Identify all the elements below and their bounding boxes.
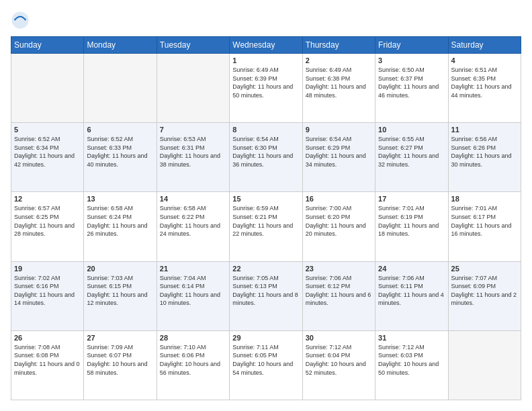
day-header-sunday: Sunday [11, 37, 84, 54]
day-number: 21 [160, 265, 226, 273]
day-number: 9 [306, 126, 372, 134]
cell-info: Sunrise: 6:52 AM Sunset: 6:34 PM Dayligh… [14, 135, 81, 169]
day-number: 3 [378, 56, 445, 64]
cell-info: Sunrise: 7:11 AM Sunset: 6:05 PM Dayligh… [232, 343, 299, 377]
day-number: 7 [160, 126, 226, 134]
cell-info: Sunrise: 6:52 AM Sunset: 6:33 PM Dayligh… [87, 135, 153, 169]
calendar-cell: 15Sunrise: 6:59 AM Sunset: 6:21 PM Dayli… [230, 192, 302, 261]
cell-info: Sunrise: 7:07 AM Sunset: 6:09 PM Dayligh… [451, 274, 518, 308]
day-header-tuesday: Tuesday [157, 37, 229, 54]
calendar-cell: 17Sunrise: 7:01 AM Sunset: 6:19 PM Dayli… [375, 192, 448, 261]
day-number: 22 [232, 265, 299, 273]
cell-info: Sunrise: 7:03 AM Sunset: 6:15 PM Dayligh… [87, 274, 153, 308]
cell-info: Sunrise: 6:56 AM Sunset: 6:26 PM Dayligh… [451, 135, 518, 169]
cell-info: Sunrise: 7:01 AM Sunset: 6:17 PM Dayligh… [451, 204, 518, 238]
day-number: 12 [14, 195, 81, 203]
day-number: 5 [14, 126, 81, 134]
day-number: 26 [14, 334, 81, 342]
day-number: 30 [306, 334, 372, 342]
calendar-cell: 9Sunrise: 6:54 AM Sunset: 6:29 PM Daylig… [302, 123, 375, 192]
calendar-week-3: 12Sunrise: 6:57 AM Sunset: 6:25 PM Dayli… [11, 192, 521, 261]
cell-info: Sunrise: 6:53 AM Sunset: 6:31 PM Dayligh… [160, 135, 226, 169]
cell-info: Sunrise: 7:06 AM Sunset: 6:11 PM Dayligh… [378, 274, 445, 308]
day-number: 27 [87, 334, 153, 342]
day-header-wednesday: Wednesday [230, 37, 302, 54]
cell-info: Sunrise: 6:54 AM Sunset: 6:29 PM Dayligh… [306, 135, 372, 169]
calendar-cell: 8Sunrise: 6:54 AM Sunset: 6:30 PM Daylig… [230, 123, 302, 192]
header [11, 11, 521, 30]
calendar-cell: 22Sunrise: 7:05 AM Sunset: 6:13 PM Dayli… [230, 261, 302, 330]
cell-info: Sunrise: 7:08 AM Sunset: 6:08 PM Dayligh… [14, 343, 81, 377]
calendar-cell: 19Sunrise: 7:02 AM Sunset: 6:16 PM Dayli… [11, 261, 84, 330]
calendar-cell: 12Sunrise: 6:57 AM Sunset: 6:25 PM Dayli… [11, 192, 84, 261]
day-number: 4 [451, 56, 518, 64]
logo-icon [11, 11, 30, 30]
cell-info: Sunrise: 6:50 AM Sunset: 6:37 PM Dayligh… [378, 66, 445, 99]
cell-info: Sunrise: 7:10 AM Sunset: 6:06 PM Dayligh… [160, 343, 226, 377]
cell-info: Sunrise: 7:04 AM Sunset: 6:14 PM Dayligh… [160, 274, 226, 308]
calendar-week-1: 1Sunrise: 6:49 AM Sunset: 6:39 PM Daylig… [11, 54, 521, 123]
calendar-cell: 18Sunrise: 7:01 AM Sunset: 6:17 PM Dayli… [448, 192, 521, 261]
calendar-cell: 4Sunrise: 6:51 AM Sunset: 6:35 PM Daylig… [448, 54, 521, 123]
day-number: 6 [87, 126, 153, 134]
calendar-cell: 11Sunrise: 6:56 AM Sunset: 6:26 PM Dayli… [448, 123, 521, 192]
day-header-monday: Monday [84, 37, 157, 54]
calendar-cell [84, 54, 157, 123]
calendar-cell: 30Sunrise: 7:12 AM Sunset: 6:04 PM Dayli… [302, 330, 375, 400]
calendar-cell: 26Sunrise: 7:08 AM Sunset: 6:08 PM Dayli… [11, 330, 84, 400]
day-number: 31 [378, 334, 445, 342]
calendar-week-2: 5Sunrise: 6:52 AM Sunset: 6:34 PM Daylig… [11, 123, 521, 192]
cell-info: Sunrise: 6:54 AM Sunset: 6:30 PM Dayligh… [232, 135, 299, 169]
calendar-cell: 23Sunrise: 7:06 AM Sunset: 6:12 PM Dayli… [302, 261, 375, 330]
day-number: 1 [232, 56, 299, 64]
calendar-cell: 24Sunrise: 7:06 AM Sunset: 6:11 PM Dayli… [375, 261, 448, 330]
calendar-cell: 31Sunrise: 7:12 AM Sunset: 6:03 PM Dayli… [375, 330, 448, 400]
calendar-cell: 2Sunrise: 6:49 AM Sunset: 6:38 PM Daylig… [302, 54, 375, 123]
calendar-cell: 13Sunrise: 6:58 AM Sunset: 6:24 PM Dayli… [84, 192, 157, 261]
cell-info: Sunrise: 6:51 AM Sunset: 6:35 PM Dayligh… [451, 66, 518, 99]
day-number: 17 [378, 195, 445, 203]
day-header-saturday: Saturday [448, 37, 521, 54]
day-number: 2 [306, 56, 372, 64]
cell-info: Sunrise: 6:58 AM Sunset: 6:22 PM Dayligh… [160, 204, 226, 238]
calendar-cell: 1Sunrise: 6:49 AM Sunset: 6:39 PM Daylig… [230, 54, 302, 123]
page: SundayMondayTuesdayWednesdayThursdayFrid… [0, 0, 532, 411]
svg-point-0 [11, 11, 28, 28]
day-number: 16 [306, 195, 372, 203]
calendar-week-5: 26Sunrise: 7:08 AM Sunset: 6:08 PM Dayli… [11, 330, 521, 400]
calendar-cell: 27Sunrise: 7:09 AM Sunset: 6:07 PM Dayli… [84, 330, 157, 400]
calendar-cell [448, 330, 521, 400]
day-number: 18 [451, 195, 518, 203]
cell-info: Sunrise: 7:12 AM Sunset: 6:04 PM Dayligh… [306, 343, 372, 377]
cell-info: Sunrise: 6:57 AM Sunset: 6:25 PM Dayligh… [14, 204, 81, 238]
day-number: 19 [14, 265, 81, 273]
calendar-cell: 5Sunrise: 6:52 AM Sunset: 6:34 PM Daylig… [11, 123, 84, 192]
calendar-cell: 6Sunrise: 6:52 AM Sunset: 6:33 PM Daylig… [84, 123, 157, 192]
calendar-week-4: 19Sunrise: 7:02 AM Sunset: 6:16 PM Dayli… [11, 261, 521, 330]
cell-info: Sunrise: 6:59 AM Sunset: 6:21 PM Dayligh… [232, 204, 299, 238]
day-number: 15 [232, 195, 299, 203]
cell-info: Sunrise: 7:12 AM Sunset: 6:03 PM Dayligh… [378, 343, 445, 377]
day-number: 28 [160, 334, 226, 342]
calendar-cell [11, 54, 84, 123]
cell-info: Sunrise: 7:00 AM Sunset: 6:20 PM Dayligh… [306, 204, 372, 238]
day-number: 20 [87, 265, 153, 273]
day-number: 8 [232, 126, 299, 134]
cell-info: Sunrise: 7:06 AM Sunset: 6:12 PM Dayligh… [306, 274, 372, 308]
calendar-cell: 25Sunrise: 7:07 AM Sunset: 6:09 PM Dayli… [448, 261, 521, 330]
cell-info: Sunrise: 6:49 AM Sunset: 6:39 PM Dayligh… [232, 66, 299, 99]
cell-info: Sunrise: 6:49 AM Sunset: 6:38 PM Dayligh… [306, 66, 372, 99]
day-number: 29 [232, 334, 299, 342]
day-number: 10 [378, 126, 445, 134]
day-number: 13 [87, 195, 153, 203]
day-number: 25 [451, 265, 518, 273]
cell-info: Sunrise: 6:55 AM Sunset: 6:27 PM Dayligh… [378, 135, 445, 169]
day-number: 24 [378, 265, 445, 273]
cell-info: Sunrise: 6:58 AM Sunset: 6:24 PM Dayligh… [87, 204, 153, 238]
calendar-table: SundayMondayTuesdayWednesdayThursdayFrid… [11, 36, 521, 400]
calendar-cell: 10Sunrise: 6:55 AM Sunset: 6:27 PM Dayli… [375, 123, 448, 192]
calendar-cell: 29Sunrise: 7:11 AM Sunset: 6:05 PM Dayli… [230, 330, 302, 400]
logo [11, 11, 31, 30]
cell-info: Sunrise: 7:05 AM Sunset: 6:13 PM Dayligh… [232, 274, 299, 308]
calendar-cell [157, 54, 229, 123]
